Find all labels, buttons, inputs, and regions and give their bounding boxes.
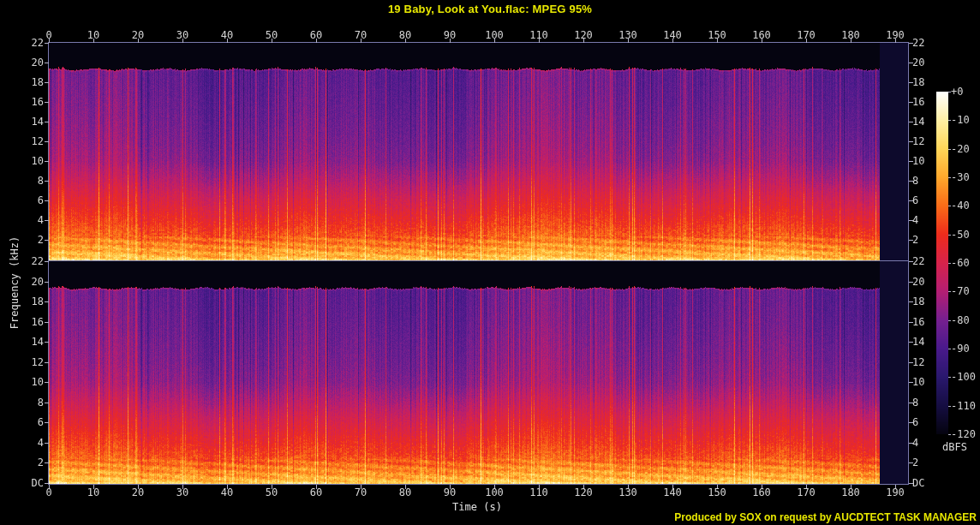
freq-tick-label: 2 — [0, 457, 44, 468]
colorbar-tick-label: -30 — [951, 172, 970, 182]
colorbar-tick-label: -40 — [951, 200, 970, 211]
time-tick-label: 170 — [797, 30, 816, 40]
freq-tick-label: 22 — [912, 38, 924, 48]
time-tick-label: 190 — [886, 30, 905, 40]
time-tick-label: 20 — [132, 30, 144, 40]
freq-tick-label: 4 — [0, 215, 44, 225]
freq-tick-label: 10 — [912, 377, 924, 387]
freq-tick-label: 16 — [0, 317, 44, 327]
time-tick-label: 190 — [886, 487, 905, 498]
time-tick-label: 0 — [45, 487, 51, 498]
freq-tick-label: 6 — [912, 195, 918, 206]
time-tick-label: 70 — [355, 487, 367, 498]
time-tick-label: 120 — [574, 487, 593, 498]
colorbar-tick-label: -10 — [951, 115, 970, 125]
freq-tick-label: 22 — [0, 38, 44, 48]
colorbar-tick-label: -110 — [951, 401, 976, 411]
freq-axis-title: Frequency (kHz) — [9, 236, 20, 329]
freq-tick-label: 12 — [0, 136, 44, 146]
freq-tick-label: 6 — [0, 417, 44, 427]
colorbar-tick-label: -20 — [951, 144, 970, 154]
time-tick-label: 180 — [841, 487, 860, 498]
time-tick-label: 90 — [444, 30, 456, 40]
freq-tick-label: 2 — [912, 457, 918, 468]
freq-tick-label: 20 — [0, 57, 44, 68]
time-tick-label: 150 — [708, 487, 726, 498]
freq-tick-label: 10 — [912, 156, 924, 166]
freq-tick-label: 20 — [0, 277, 44, 287]
freq-tick-label: 20 — [912, 277, 924, 287]
freq-tick-label: 8 — [912, 176, 918, 186]
freq-tick-label: 22 — [0, 256, 44, 266]
time-tick-label: 10 — [87, 30, 99, 40]
time-axis-title: Time (s) — [452, 502, 502, 512]
colorbar-tick-label: -100 — [951, 372, 976, 382]
freq-tick-label: DC — [0, 478, 44, 488]
freq-tick-label: 16 — [912, 97, 924, 107]
time-tick-label: 140 — [663, 487, 682, 498]
time-tick-label: 150 — [708, 30, 726, 40]
freq-tick-label: 16 — [912, 317, 924, 327]
freq-tick-label: 4 — [912, 438, 918, 448]
time-tick-label: 90 — [444, 487, 456, 498]
colorbar-tick-label: -60 — [951, 258, 970, 268]
time-tick-label: 110 — [529, 30, 548, 40]
colorbar-tick-label: -70 — [951, 286, 970, 296]
colorbar-tick-label: +0 — [951, 87, 963, 97]
freq-tick-label: 2 — [0, 235, 44, 245]
time-tick-label: 70 — [355, 30, 367, 40]
time-tick-label: 60 — [310, 487, 322, 498]
time-tick-label: 110 — [529, 487, 548, 498]
page-title: 19 Baby, Look at You.flac: MPEG 95% — [0, 3, 980, 15]
time-tick-label: 100 — [485, 30, 504, 40]
time-tick-label: 130 — [618, 487, 637, 498]
colorbar-unit-label: dBFS — [942, 442, 967, 452]
freq-tick-label: 16 — [0, 97, 44, 107]
colorbar-tick-label: -80 — [951, 315, 970, 325]
time-tick-label: 130 — [618, 30, 637, 40]
freq-tick-label: 2 — [912, 235, 918, 245]
time-tick-label: 80 — [399, 487, 411, 498]
time-tick-label: 100 — [485, 487, 504, 498]
time-tick-label: 50 — [266, 487, 278, 498]
freq-tick-label: 6 — [912, 417, 918, 427]
time-tick-label: 120 — [574, 30, 593, 40]
freq-tick-label: 12 — [0, 357, 44, 367]
colorbar-tick-label: -120 — [951, 429, 976, 439]
time-tick-label: 170 — [797, 487, 816, 498]
freq-tick-label: 14 — [912, 337, 924, 347]
freq-tick-label: 18 — [912, 296, 924, 307]
time-tick-label: 50 — [266, 30, 278, 40]
freq-tick-label: 6 — [0, 195, 44, 206]
credit-line: Produced by SOX on request by AUCDTECT T… — [674, 511, 977, 523]
freq-tick-label: 20 — [912, 57, 924, 68]
spectrogram-figure: 19 Baby, Look at You.flac: MPEG 95% 0010… — [0, 0, 980, 525]
freq-tick-label: DC — [912, 478, 924, 488]
time-tick-label: 40 — [221, 30, 233, 40]
freq-tick-label: 8 — [912, 397, 918, 408]
freq-tick-label: 8 — [0, 397, 44, 408]
freq-tick-label: 18 — [0, 296, 44, 307]
freq-tick-label: 22 — [912, 256, 924, 266]
freq-tick-label: 18 — [0, 77, 44, 87]
freq-tick-label: 14 — [0, 337, 44, 347]
time-tick-label: 160 — [752, 487, 771, 498]
time-tick-label: 0 — [45, 30, 51, 40]
freq-tick-label: 10 — [0, 377, 44, 387]
time-tick-label: 60 — [310, 30, 322, 40]
time-tick-label: 30 — [176, 30, 188, 40]
freq-tick-label: 10 — [0, 156, 44, 166]
freq-tick-label: 12 — [912, 357, 924, 367]
time-tick-label: 140 — [663, 30, 682, 40]
freq-tick-label: 12 — [912, 136, 924, 146]
freq-tick-label: 18 — [912, 77, 924, 87]
colorbar-tick-label: -90 — [951, 343, 970, 354]
freq-tick-label: 14 — [912, 116, 924, 127]
freq-tick-label: 8 — [0, 176, 44, 186]
time-tick-label: 160 — [752, 30, 771, 40]
spectrogram-canvas — [0, 0, 980, 525]
freq-tick-label: 4 — [0, 438, 44, 448]
freq-tick-label: 4 — [912, 215, 918, 225]
time-tick-label: 30 — [176, 487, 188, 498]
freq-tick-label: 14 — [0, 116, 44, 127]
